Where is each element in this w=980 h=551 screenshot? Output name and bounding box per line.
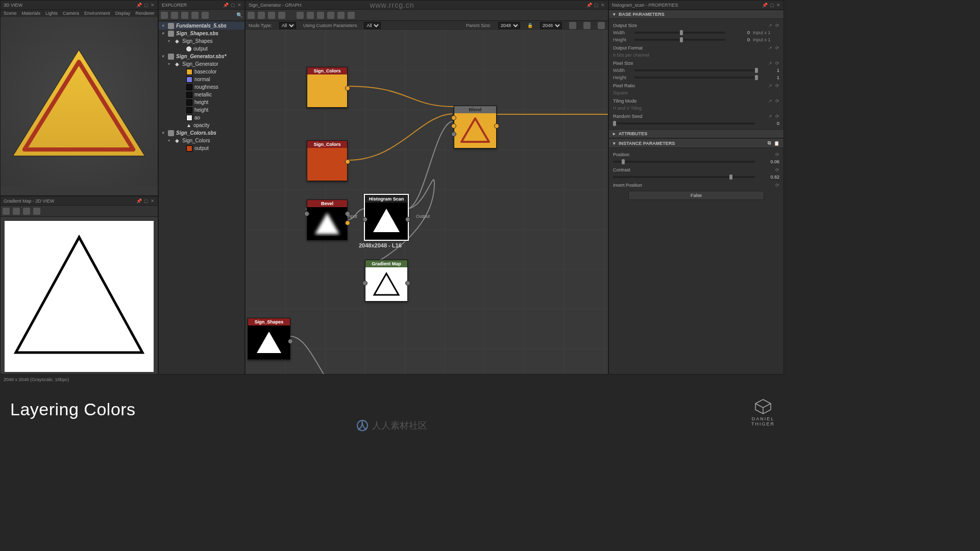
tree-item[interactable]: output: [159, 45, 244, 53]
tree-item[interactable]: basecolor: [159, 68, 244, 76]
slider-pixel-height[interactable]: [634, 77, 755, 79]
home-icon[interactable]: [161, 12, 168, 19]
input-port[interactable]: [362, 281, 368, 286]
tree-item[interactable]: output: [159, 144, 244, 152]
layout-icon[interactable]: [307, 12, 314, 19]
opt2-icon[interactable]: [583, 22, 591, 29]
reset-icon[interactable]: ⟳: [775, 183, 779, 188]
link-icon[interactable]: ↗: [768, 83, 772, 88]
window-icon[interactable]: ▢: [770, 1, 774, 10]
output-port[interactable]: [405, 217, 410, 222]
tree-item[interactable]: ▾Sign_Colors.sbs: [159, 129, 244, 137]
group-icon[interactable]: [258, 12, 265, 19]
parent-h-select[interactable]: 2048: [540, 22, 562, 29]
node-bevel[interactable]: Bevel: [307, 199, 348, 240]
link-icon[interactable]: ↗: [768, 98, 772, 104]
close-icon[interactable]: ✕: [151, 1, 155, 10]
in2-port[interactable]: [451, 123, 456, 129]
slider-contrast[interactable]: [613, 176, 755, 178]
tree-item[interactable]: ▾Fundamentals_5.sbs: [159, 22, 244, 30]
output-port[interactable]: [288, 339, 293, 344]
reset-icon[interactable]: ⟳: [775, 61, 779, 66]
link-icon[interactable]: [181, 12, 188, 19]
section-attributes[interactable]: ▸ATTRIBUTES: [609, 129, 783, 138]
link-icon[interactable]: ↗: [768, 45, 772, 51]
reset-icon[interactable]: ⟳: [775, 152, 779, 157]
align-icon[interactable]: [297, 12, 304, 19]
pin-icon[interactable]: 📌: [223, 1, 229, 10]
tree-item[interactable]: ao: [159, 114, 244, 121]
tree-item[interactable]: ▾Sign_Generator.sbs*: [159, 53, 244, 60]
reset-icon[interactable]: ⟳: [775, 23, 779, 28]
link-icon[interactable]: ↗: [768, 23, 772, 28]
tree-item[interactable]: ▾◆Sign_Shapes: [159, 37, 244, 45]
input-port[interactable]: [362, 217, 368, 222]
reset-icon[interactable]: ⟳: [775, 98, 779, 104]
close-icon[interactable]: ✕: [776, 1, 780, 10]
close-icon[interactable]: ✕: [601, 1, 605, 10]
stack-icon[interactable]: [23, 208, 30, 215]
export-icon[interactable]: [191, 12, 199, 19]
tree-item[interactable]: ▾Sign_Shapes.sbs: [159, 30, 244, 37]
link-icon[interactable]: ↗: [768, 61, 772, 66]
parent-w-select[interactable]: 2048: [498, 22, 520, 29]
menu-scene[interactable]: Scene: [4, 11, 17, 16]
window-icon[interactable]: ▢: [594, 1, 599, 10]
reset-icon[interactable]: ⟳: [775, 83, 779, 88]
swap-icon[interactable]: [33, 208, 40, 215]
pin-icon[interactable]: 📌: [136, 1, 142, 10]
reset-icon[interactable]: ⟳: [775, 45, 779, 51]
in1-port[interactable]: [451, 115, 456, 120]
window-icon[interactable]: ▢: [144, 196, 149, 206]
mask-port[interactable]: [451, 132, 456, 137]
2d-canvas[interactable]: [5, 221, 154, 372]
reset-icon[interactable]: ⟳: [775, 167, 779, 172]
tree-item[interactable]: ▾◆Sign_Colors: [159, 137, 244, 144]
tree-item[interactable]: ▾◆Sign_Generator: [159, 60, 244, 68]
slider-output-width[interactable]: [634, 32, 725, 34]
output-port[interactable]: [494, 123, 499, 129]
pin-icon[interactable]: 📌: [136, 196, 142, 206]
invert-toggle[interactable]: False: [628, 191, 764, 200]
tree-item[interactable]: height: [159, 98, 244, 106]
curve-icon[interactable]: [327, 12, 334, 19]
node-gradient-map[interactable]: Gradient Map: [365, 260, 408, 302]
python-icon[interactable]: [202, 12, 209, 19]
eye-icon[interactable]: [268, 12, 275, 19]
edit-icon[interactable]: [337, 12, 345, 19]
tree-item[interactable]: normal: [159, 76, 244, 83]
output-port[interactable]: [405, 281, 410, 286]
output-port[interactable]: [345, 220, 350, 226]
section-base-parameters[interactable]: ▾BASE PARAMETERS: [609, 10, 783, 19]
node-sign-shapes[interactable]: Sign_Shapes: [248, 318, 290, 360]
slider-pixel-width[interactable]: [634, 69, 755, 71]
output-port[interactable]: [345, 159, 350, 164]
node-sign-colors-2[interactable]: Sign_Colors: [307, 140, 348, 181]
graph-canvas[interactable]: Sign_Colors Sign_Colors Bevel Histogram …: [246, 30, 608, 374]
paste-icon[interactable]: 📋: [774, 141, 779, 146]
lock-icon[interactable]: 🔒: [527, 23, 533, 28]
node-sign-colors-1[interactable]: Sign_Colors: [307, 67, 348, 108]
custom-param-select[interactable]: All: [364, 22, 381, 29]
3d-viewport[interactable]: [1, 17, 158, 186]
slider-output-height[interactable]: [634, 39, 725, 41]
tree-item[interactable]: ▲opacity: [159, 121, 244, 129]
output-port[interactable]: [345, 86, 350, 91]
pin-icon[interactable]: 📌: [586, 1, 592, 10]
menu-renderer[interactable]: Renderer: [135, 11, 155, 16]
copy-icon[interactable]: ⧉: [768, 140, 771, 146]
opt3-icon[interactable]: [598, 22, 605, 29]
menu-materials[interactable]: Materials: [22, 11, 41, 16]
copy-icon[interactable]: [13, 208, 20, 215]
section-instance-parameters[interactable]: ▾INSTANCE PARAMETERS⧉📋: [609, 138, 783, 148]
input-port[interactable]: [304, 211, 309, 216]
opt1-icon[interactable]: [569, 22, 576, 29]
menu-camera[interactable]: Camera: [63, 11, 79, 16]
reset-icon[interactable]: ⟳: [775, 114, 779, 119]
info-icon[interactable]: [278, 12, 285, 19]
window-icon[interactable]: ▢: [231, 1, 235, 10]
node-histogram-scan[interactable]: Histogram Scan Input Output: [365, 195, 408, 240]
node-blend[interactable]: Blend: [454, 106, 497, 148]
search-icon[interactable]: 🔍: [236, 12, 242, 18]
close-icon[interactable]: ✕: [151, 196, 155, 206]
